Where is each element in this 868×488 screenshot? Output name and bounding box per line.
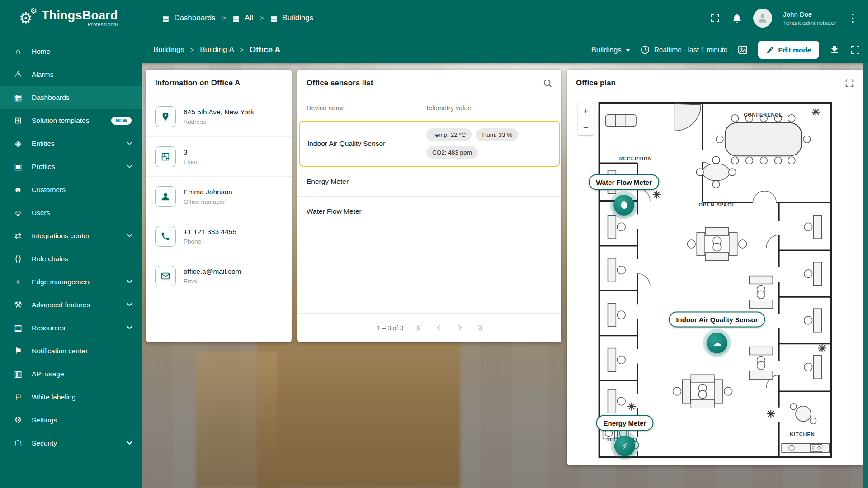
sidebar-item-users[interactable]: ☺ Users xyxy=(0,201,142,224)
table-row-indoor-air-quality-sensor[interactable]: Indoor Air Quality Sensor Temp: 22 °C Hu… xyxy=(299,121,560,167)
fullscreen-icon xyxy=(844,78,854,88)
sidebar-item-label: Advanced features xyxy=(32,301,120,309)
app-header: ⚙⚙ ThingsBoard Professional ▦ Dashboards… xyxy=(0,0,868,36)
first-page-button[interactable] xyxy=(417,325,422,331)
breadcrumb-dashboards[interactable]: ▦ Dashboards xyxy=(162,14,216,23)
sidebar-item-resources[interactable]: ▤ Resources xyxy=(0,316,142,339)
dashboard-grid-icon: ▦ xyxy=(162,14,169,23)
table-header: Device name Telemetry value xyxy=(297,97,561,119)
sidebar-item-customers[interactable]: ☻ Customers xyxy=(0,178,142,201)
sidebar-item-label: Rule chains xyxy=(32,255,132,263)
person-icon xyxy=(757,12,769,24)
sidebar-item-rule-chains[interactable]: ⟨⟩ Rule chains xyxy=(0,247,142,270)
zoom-in-button[interactable]: + xyxy=(578,103,594,119)
breadcrumb-separator: > xyxy=(240,46,244,53)
new-badge: NEW xyxy=(111,117,132,125)
marker-indoor-air-quality-sensor[interactable]: ☁ xyxy=(707,333,727,353)
sidebar-item-label: Edge management xyxy=(32,278,120,286)
warning-icon: ⚠ xyxy=(12,70,24,79)
table-row-water-flow-meter[interactable]: Water Flow Meter xyxy=(297,197,561,226)
sidebar-item-home[interactable]: ⌂ Home xyxy=(0,40,142,63)
edit-mode-label: Edit mode xyxy=(778,46,811,54)
background-desk xyxy=(196,352,277,488)
info-row-address: 645 5th Ave, New York Address xyxy=(146,97,292,136)
dashboard-group-select[interactable]: Buildings xyxy=(591,46,630,54)
edge-icon: ⌖ xyxy=(12,277,24,286)
user-role: Tenant administrator xyxy=(783,19,836,26)
timewindow-label: Realtime - last 1 minute xyxy=(654,46,728,54)
sidebar-item-settings[interactable]: ⚙ Settings xyxy=(0,408,142,432)
marker-water-flow-meter[interactable] xyxy=(613,195,634,216)
kebab-menu-icon[interactable]: ⋮ xyxy=(847,13,858,23)
dashboard-scrollbar[interactable] xyxy=(863,63,868,488)
previous-page-button[interactable] xyxy=(438,326,442,330)
chevron-down-icon xyxy=(127,139,132,145)
breadcrumb-building-a-state[interactable]: Building A xyxy=(200,45,234,54)
last-page-button[interactable] xyxy=(476,325,482,331)
sidebar-item-label: Resources xyxy=(32,324,120,332)
cloud-icon: ☁ xyxy=(713,339,722,347)
fullscreen-icon xyxy=(850,44,861,55)
next-page-button[interactable] xyxy=(457,326,461,330)
chevron-down-icon xyxy=(127,300,132,306)
marker-label-indoor-air-quality-sensor[interactable]: Indoor Air Quality Sensor xyxy=(669,312,765,328)
table-row-energy-meter[interactable]: Energy Meter xyxy=(297,167,561,197)
sidebar-item-security[interactable]: ☖ Security xyxy=(0,432,142,455)
toolbar-actions: Buildings Realtime - last 1 minute Edit … xyxy=(591,41,861,59)
marker-energy-meter[interactable]: ⚡ xyxy=(614,436,635,456)
breadcrumb-buildings[interactable]: ▦ Buildings xyxy=(270,14,313,23)
clock-icon xyxy=(640,45,650,55)
place-icon xyxy=(155,106,176,127)
brand-subtitle: Professional xyxy=(42,22,118,27)
sidebar-item-profiles[interactable]: ▣ Profiles xyxy=(0,155,142,178)
sidebar-item-advanced-features[interactable]: ⚒ Advanced features xyxy=(0,293,142,316)
sidebar-item-integrations-center[interactable]: ⇄ Integrations center xyxy=(0,224,142,247)
telemetry-chip-co2: CO2: 483 ppm xyxy=(426,146,478,159)
dashboard-breadcrumb: Buildings > Building A > Office A xyxy=(153,45,280,55)
breadcrumb-separator: > xyxy=(222,14,226,22)
users-icon: ☺ xyxy=(12,208,24,217)
marker-label-water-flow-meter[interactable]: Water Flow Meter xyxy=(589,174,659,190)
user-info[interactable]: John Doe Tenant administrator xyxy=(783,10,836,26)
chevron-down-icon xyxy=(127,277,132,283)
droplet-icon xyxy=(619,200,628,210)
dashboard-fullscreen-button[interactable] xyxy=(850,44,861,55)
brand-logo[interactable]: ⚙⚙ ThingsBoard Professional xyxy=(0,8,142,28)
sidebar-item-api-usage[interactable]: ▥ API usage xyxy=(0,362,142,385)
dashboard-content: Information on Office A 645 5th Ave, New… xyxy=(142,63,868,488)
flag-icon: ⚑ xyxy=(12,347,24,355)
chevron-down-icon xyxy=(127,162,132,168)
edit-mode-button[interactable]: Edit mode xyxy=(758,41,819,59)
sidebar-item-alarms[interactable]: ⚠ Alarms xyxy=(0,63,142,86)
timewindow-button[interactable]: Realtime - last 1 minute xyxy=(640,45,728,55)
sidebar-item-edge-management[interactable]: ⌖ Edge management xyxy=(0,270,142,293)
notifications-button[interactable] xyxy=(731,13,742,23)
sidebar-item-white-labeling[interactable]: ⚐ White labeling xyxy=(0,385,142,408)
sidebar-item-entities[interactable]: ◈ Entities xyxy=(0,132,142,155)
sidebar-item-label: Alarms xyxy=(32,70,132,79)
zoom-out-button[interactable]: − xyxy=(578,119,594,136)
room-label-kitchen: KITCHEN xyxy=(790,432,815,437)
info-row-floor: 3 Floor xyxy=(146,136,292,176)
sidebar-item-solution-templates[interactable]: ⊞ Solution templates NEW xyxy=(0,109,142,132)
fullscreen-icon xyxy=(710,13,721,23)
dashboard-image-button[interactable] xyxy=(737,44,748,55)
sidebar-item-notification-center[interactable]: ⚑ Notification center xyxy=(0,339,142,362)
plan-card-title: Office plan xyxy=(576,79,616,88)
telemetry-chips: Temp: 22 °C Hum: 33 % CO2: 483 ppm xyxy=(426,123,559,164)
search-button[interactable] xyxy=(542,78,552,88)
fullscreen-button[interactable] xyxy=(710,13,721,23)
marker-label-energy-meter[interactable]: Energy Meter xyxy=(596,415,653,431)
plan-fullscreen-button[interactable] xyxy=(844,78,854,88)
breadcrumb-all[interactable]: ▦ All xyxy=(233,14,253,23)
sidebar-item-label: Settings xyxy=(32,416,132,424)
sidebar-item-dashboards[interactable]: ▦ Dashboards xyxy=(0,86,142,109)
chevron-down-icon xyxy=(127,231,132,237)
floor-label: Floor xyxy=(184,159,198,165)
download-button[interactable] xyxy=(829,44,840,55)
phone-icon xyxy=(155,226,176,247)
breadcrumb-buildings-state[interactable]: Buildings xyxy=(153,45,184,54)
phone-label: Phone xyxy=(184,238,236,245)
dashboard-grid-icon: ▦ xyxy=(270,14,277,23)
avatar[interactable] xyxy=(753,9,772,28)
